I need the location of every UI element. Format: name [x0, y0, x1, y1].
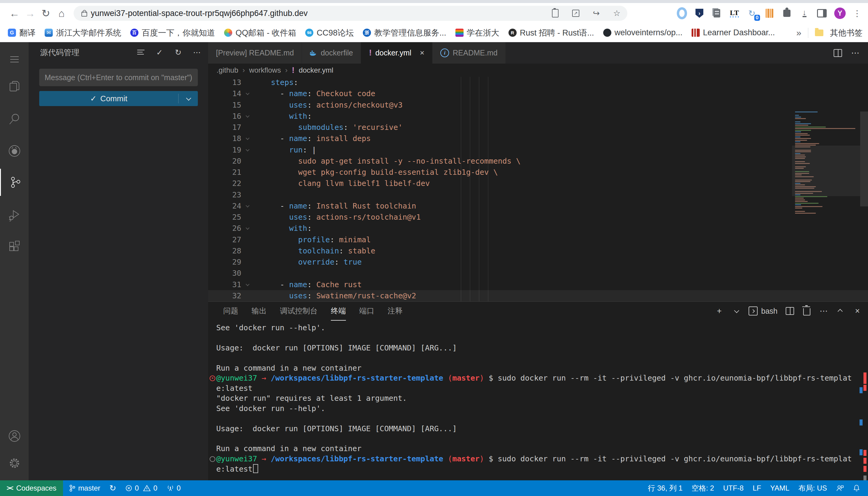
bookmarks-overflow-icon[interactable]: » — [796, 28, 801, 38]
close-icon[interactable]: × — [420, 48, 424, 58]
code-line-14[interactable]: 14 - name: Checkout code — [208, 88, 868, 99]
bookmark-item[interactable]: weloveinterns/op... — [601, 27, 685, 38]
side-panel-icon[interactable] — [817, 8, 827, 18]
eol[interactable]: LF — [749, 480, 765, 496]
bookmark-item[interactable]: 学在浙大 — [453, 26, 502, 40]
panel-tab-终端[interactable]: 终端 — [331, 301, 346, 321]
source-control-icon[interactable] — [0, 169, 30, 196]
breadcrumb-item[interactable]: .github — [216, 66, 238, 74]
split-terminal-icon[interactable] — [785, 306, 794, 316]
browser-menu-icon[interactable]: ⋮ — [853, 9, 862, 18]
new-terminal-icon[interactable]: + — [715, 306, 724, 316]
close-panel-icon[interactable]: × — [853, 306, 862, 316]
view-as-list-icon[interactable] — [136, 47, 146, 58]
maximize-panel-icon[interactable] — [836, 306, 845, 316]
terminal-picker-chevron-icon[interactable] — [732, 306, 741, 316]
settings-gear-icon[interactable] — [0, 450, 29, 477]
fold-chevron-icon[interactable] — [241, 227, 253, 230]
code-line-19[interactable]: 19 run: | — [208, 144, 868, 155]
extension-languagetool-icon[interactable]: LT — [729, 8, 739, 18]
extension-notes-icon[interactable] — [712, 8, 722, 18]
encoding[interactable]: UTF-8 — [720, 480, 747, 496]
commit-button[interactable]: ✓ Commit — [39, 91, 198, 106]
code-line-20[interactable]: 20 sudo apt-get install -y --no-install-… — [208, 155, 868, 167]
problems-status[interactable]: 0 0 — [122, 480, 161, 496]
home-icon[interactable]: ⌂ — [54, 5, 69, 21]
bookmark-item[interactable]: QQ邮箱 - 收件箱 — [222, 26, 299, 40]
commit-dropdown-button[interactable] — [179, 97, 198, 100]
code-line-27[interactable]: 27 profile: minimal — [208, 234, 868, 245]
breadcrumb-item[interactable]: docker.yml — [299, 66, 333, 74]
code-line-25[interactable]: 25 uses: actions-rs/toolchain@v1 — [208, 212, 868, 223]
fold-chevron-icon[interactable] — [241, 92, 253, 95]
panel-more-actions-icon[interactable]: ⋯ — [819, 306, 828, 316]
accounts-icon[interactable] — [0, 422, 29, 450]
reload-icon[interactable]: ↻ — [38, 5, 54, 21]
fold-chevron-icon[interactable] — [241, 115, 253, 118]
kill-terminal-icon[interactable] — [802, 306, 811, 316]
url-text[interactable]: yunwei37-potential-space-trout-rpr5qwj66… — [91, 9, 308, 18]
bookmark-item[interactable]: 98CC98论坛 — [303, 26, 356, 40]
other-bookmarks-label[interactable]: 其他书签 — [830, 27, 863, 38]
refresh-icon[interactable]: ↻ — [173, 47, 183, 58]
address-bar[interactable]: yunwei37-potential-space-trout-rpr5qwj66… — [74, 6, 627, 21]
bookmark-item[interactable]: RRust 招聘 - Rust语... — [506, 26, 597, 40]
bookmark-item[interactable]: G翻译 — [5, 26, 38, 40]
breadcrumb-item[interactable]: workflows — [249, 66, 281, 74]
code-line-32[interactable]: 32 uses: Swatinem/rust-cache@v2 — [208, 290, 868, 301]
code-line-31[interactable]: 31 - name: Cache rust — [208, 279, 868, 290]
indentation[interactable]: 空格: 2 — [688, 480, 718, 496]
code-line-16[interactable]: 16 with: — [208, 111, 868, 122]
commit-check-icon[interactable]: ✓ — [154, 47, 165, 58]
code-line-28[interactable]: 28 toolchain: stable — [208, 245, 868, 257]
tab-dockerfile[interactable]: dockerfile — [302, 42, 361, 64]
fold-chevron-icon[interactable] — [241, 205, 253, 207]
explorer-icon[interactable] — [0, 73, 29, 100]
code-line-30[interactable]: 30 — [208, 267, 868, 279]
bookmark-item[interactable]: Learner Dashboar... — [689, 27, 778, 38]
more-actions-icon[interactable]: ⋯ — [192, 47, 202, 58]
cursor-position[interactable]: 行 36, 列 1 — [644, 480, 686, 496]
fold-chevron-icon[interactable] — [241, 149, 253, 151]
notifications-bell-icon[interactable] — [849, 480, 864, 496]
back-icon[interactable]: ← — [6, 5, 22, 21]
clipboard-icon[interactable] — [550, 8, 560, 18]
editor-more-actions-icon[interactable]: ⋯ — [851, 48, 859, 58]
code-line-24[interactable]: 24 - name: Install Rust toolchain — [208, 200, 868, 212]
terminal-shell-icon[interactable] — [749, 306, 758, 316]
fold-chevron-icon[interactable] — [241, 137, 253, 140]
open-in-window-icon[interactable]: ↗ — [571, 8, 581, 18]
lock-icon[interactable] — [81, 12, 87, 17]
terminal[interactable]: See 'docker run --help'.Usage: docker ru… — [208, 323, 868, 481]
feedback-icon[interactable] — [833, 480, 848, 496]
menu-icon[interactable] — [0, 46, 29, 73]
code-line-26[interactable]: 26 with: — [208, 223, 868, 234]
extension-shield-icon[interactable]: › — [694, 8, 705, 18]
panel-tab-输出[interactable]: 输出 — [252, 301, 267, 321]
extensions-puzzle-icon[interactable] — [782, 8, 792, 18]
bookmark-item[interactable]: 浙教学管理信息服务... — [360, 26, 449, 40]
tab--preview-readme-md[interactable]: [Preview] README.md — [208, 42, 302, 64]
downloads-icon[interactable]: ↓ — [799, 8, 809, 18]
bookmark-star-icon[interactable]: ☆ — [612, 8, 622, 18]
panel-tab-问题[interactable]: 问题 — [223, 301, 238, 321]
bookmark-item[interactable]: 百百度一下，你就知道 — [128, 26, 218, 40]
code-line-17[interactable]: 17 submodules: 'recursive' — [208, 122, 868, 133]
github-icon[interactable] — [0, 137, 29, 165]
ports-status[interactable]: 0 — [163, 480, 184, 496]
split-editor-icon[interactable] — [834, 49, 842, 57]
editor-scrollbar[interactable] — [860, 111, 868, 206]
keyboard-layout[interactable]: 布局: US — [795, 480, 830, 496]
code-line-23[interactable]: 23 — [208, 189, 868, 200]
language-mode[interactable]: YAML — [767, 480, 793, 496]
code-line-22[interactable]: 22 clang llvm libelf1 libelf-dev — [208, 178, 868, 189]
panel-tab-端口[interactable]: 端口 — [359, 301, 374, 321]
tab-docker-yml[interactable]: !docker.yml× — [361, 42, 433, 64]
extension-blue-ring-icon[interactable] — [677, 8, 687, 18]
code-line-29[interactable]: 29 override: true — [208, 257, 868, 267]
panel-tab-调试控制台[interactable]: 调试控制台 — [280, 301, 318, 321]
extensions-icon[interactable] — [0, 233, 29, 260]
search-icon[interactable] — [0, 106, 29, 133]
remote-indicator[interactable]: >< Codespaces — [0, 480, 63, 496]
forward-icon[interactable]: → — [22, 5, 38, 21]
